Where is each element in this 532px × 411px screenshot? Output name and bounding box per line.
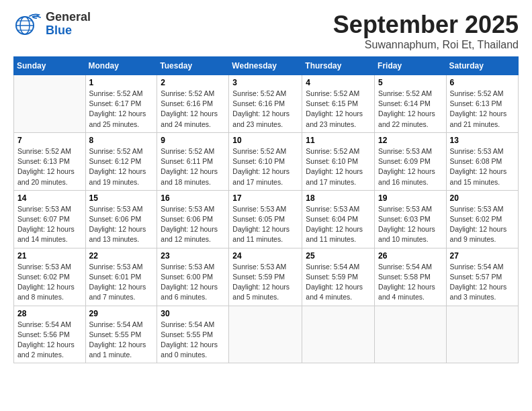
calendar-table: SundayMondayTuesdayWednesdayThursdayFrid… <box>13 56 519 363</box>
day-number: 30 <box>161 309 225 318</box>
calendar-cell: 1Sunrise: 5:52 AM Sunset: 6:17 PM Daylig… <box>85 75 157 133</box>
weekday-header-sunday: Sunday <box>14 57 86 75</box>
calendar-cell: 23Sunrise: 5:53 AM Sunset: 6:00 PM Dayli… <box>157 248 229 306</box>
weekday-header-row: SundayMondayTuesdayWednesdayThursdayFrid… <box>14 57 519 75</box>
weekday-header-tuesday: Tuesday <box>157 57 229 75</box>
day-number: 10 <box>232 136 298 145</box>
day-info: Sunrise: 5:53 AM Sunset: 6:08 PM Dayligh… <box>450 146 515 187</box>
day-number: 1 <box>89 78 154 87</box>
day-info: Sunrise: 5:53 AM Sunset: 5:59 PM Dayligh… <box>232 262 298 303</box>
calendar-cell: 4Sunrise: 5:52 AM Sunset: 6:15 PM Daylig… <box>302 75 375 133</box>
weekday-header-wednesday: Wednesday <box>229 57 302 75</box>
calendar-cell: 6Sunrise: 5:52 AM Sunset: 6:13 PM Daylig… <box>446 75 518 133</box>
weekday-header-friday: Friday <box>375 57 447 75</box>
day-info: Sunrise: 5:54 AM Sunset: 5:59 PM Dayligh… <box>306 262 371 303</box>
day-info: Sunrise: 5:52 AM Sunset: 6:12 PM Dayligh… <box>89 146 154 187</box>
calendar-cell: 24Sunrise: 5:53 AM Sunset: 5:59 PM Dayli… <box>229 248 302 306</box>
day-info: Sunrise: 5:52 AM Sunset: 6:15 PM Dayligh… <box>306 89 371 130</box>
calendar-cell: 19Sunrise: 5:53 AM Sunset: 6:03 PM Dayli… <box>375 190 447 248</box>
calendar-week-row-5: 28Sunrise: 5:54 AM Sunset: 5:56 PM Dayli… <box>14 306 519 363</box>
day-number: 21 <box>17 251 82 261</box>
day-info: Sunrise: 5:53 AM Sunset: 6:05 PM Dayligh… <box>232 204 298 245</box>
day-info: Sunrise: 5:53 AM Sunset: 6:03 PM Dayligh… <box>378 204 443 245</box>
calendar-cell: 12Sunrise: 5:53 AM Sunset: 6:09 PM Dayli… <box>375 132 447 190</box>
calendar-cell: 11Sunrise: 5:52 AM Sunset: 6:10 PM Dayli… <box>302 132 375 190</box>
day-number: 26 <box>378 251 443 261</box>
day-info: Sunrise: 5:52 AM Sunset: 6:13 PM Dayligh… <box>450 89 515 130</box>
calendar-cell: 26Sunrise: 5:54 AM Sunset: 5:58 PM Dayli… <box>375 248 447 306</box>
day-info: Sunrise: 5:53 AM Sunset: 6:04 PM Dayligh… <box>306 204 371 245</box>
day-number: 11 <box>306 136 371 145</box>
calendar-week-row-2: 7Sunrise: 5:52 AM Sunset: 6:13 PM Daylig… <box>14 132 519 190</box>
day-number: 25 <box>306 251 371 261</box>
day-number: 9 <box>161 136 225 145</box>
day-info: Sunrise: 5:53 AM Sunset: 6:00 PM Dayligh… <box>161 262 225 303</box>
logo-name-general: General <box>46 11 91 24</box>
calendar-cell: 21Sunrise: 5:53 AM Sunset: 6:02 PM Dayli… <box>14 248 86 306</box>
day-number: 24 <box>232 251 298 261</box>
day-info: Sunrise: 5:53 AM Sunset: 6:07 PM Dayligh… <box>17 204 82 245</box>
day-info: Sunrise: 5:52 AM Sunset: 6:16 PM Dayligh… <box>161 89 225 130</box>
day-info: Sunrise: 5:52 AM Sunset: 6:14 PM Dayligh… <box>378 89 443 130</box>
day-info: Sunrise: 5:52 AM Sunset: 6:10 PM Dayligh… <box>232 146 298 187</box>
day-info: Sunrise: 5:52 AM Sunset: 6:13 PM Dayligh… <box>17 146 82 187</box>
day-info: Sunrise: 5:53 AM Sunset: 6:06 PM Dayligh… <box>161 204 225 245</box>
calendar-cell: 5Sunrise: 5:52 AM Sunset: 6:14 PM Daylig… <box>375 75 447 133</box>
calendar-cell: 20Sunrise: 5:53 AM Sunset: 6:02 PM Dayli… <box>446 190 518 248</box>
logo-name-blue: Blue <box>46 24 91 38</box>
day-info: Sunrise: 5:54 AM Sunset: 5:56 PM Dayligh… <box>17 320 82 361</box>
day-number: 14 <box>17 193 82 203</box>
day-info: Sunrise: 5:54 AM Sunset: 5:57 PM Dayligh… <box>450 262 515 303</box>
day-number: 12 <box>378 136 443 145</box>
weekday-header-thursday: Thursday <box>302 57 375 75</box>
calendar-cell: 17Sunrise: 5:53 AM Sunset: 6:05 PM Dayli… <box>229 190 302 248</box>
calendar-week-row-3: 14Sunrise: 5:53 AM Sunset: 6:07 PM Dayli… <box>14 190 519 248</box>
calendar-cell: 28Sunrise: 5:54 AM Sunset: 5:56 PM Dayli… <box>14 306 86 363</box>
calendar-week-row-1: 1Sunrise: 5:52 AM Sunset: 6:17 PM Daylig… <box>14 75 519 133</box>
day-info: Sunrise: 5:53 AM Sunset: 6:01 PM Dayligh… <box>89 262 154 303</box>
calendar-cell: 27Sunrise: 5:54 AM Sunset: 5:57 PM Dayli… <box>446 248 518 306</box>
calendar-cell <box>446 306 518 363</box>
logo: General Blue <box>13 11 91 38</box>
calendar-cell: 22Sunrise: 5:53 AM Sunset: 6:01 PM Dayli… <box>85 248 157 306</box>
day-number: 23 <box>161 251 225 261</box>
day-number: 4 <box>306 78 371 87</box>
title-block: September 2025 Suwannaphum, Roi Et, Thai… <box>333 11 519 51</box>
calendar-cell: 2Sunrise: 5:52 AM Sunset: 6:16 PM Daylig… <box>157 75 229 133</box>
calendar-cell: 25Sunrise: 5:54 AM Sunset: 5:59 PM Dayli… <box>302 248 375 306</box>
logo-icon <box>13 12 43 36</box>
day-number: 19 <box>378 193 443 203</box>
day-number: 6 <box>450 78 515 87</box>
day-number: 13 <box>450 136 515 145</box>
weekday-header-monday: Monday <box>85 57 157 75</box>
day-info: Sunrise: 5:53 AM Sunset: 6:09 PM Dayligh… <box>378 146 443 187</box>
day-number: 27 <box>450 251 515 261</box>
calendar-cell: 18Sunrise: 5:53 AM Sunset: 6:04 PM Dayli… <box>302 190 375 248</box>
day-number: 7 <box>17 136 82 145</box>
day-info: Sunrise: 5:52 AM Sunset: 6:16 PM Dayligh… <box>232 89 298 130</box>
day-number: 22 <box>89 251 154 261</box>
day-number: 3 <box>232 78 298 87</box>
day-number: 2 <box>161 78 225 87</box>
day-number: 8 <box>89 136 154 145</box>
calendar-cell: 9Sunrise: 5:52 AM Sunset: 6:11 PM Daylig… <box>157 132 229 190</box>
calendar-cell: 16Sunrise: 5:53 AM Sunset: 6:06 PM Dayli… <box>157 190 229 248</box>
calendar-cell <box>302 306 375 363</box>
calendar-cell: 29Sunrise: 5:54 AM Sunset: 5:55 PM Dayli… <box>85 306 157 363</box>
calendar-cell <box>14 75 86 133</box>
day-info: Sunrise: 5:52 AM Sunset: 6:10 PM Dayligh… <box>306 146 371 187</box>
location-title: Suwannaphum, Roi Et, Thailand <box>333 39 519 51</box>
day-number: 20 <box>450 193 515 203</box>
calendar-cell: 13Sunrise: 5:53 AM Sunset: 6:08 PM Dayli… <box>446 132 518 190</box>
day-info: Sunrise: 5:54 AM Sunset: 5:58 PM Dayligh… <box>378 262 443 303</box>
calendar-cell: 8Sunrise: 5:52 AM Sunset: 6:12 PM Daylig… <box>85 132 157 190</box>
page-header: General Blue September 2025 Suwannaphum,… <box>13 11 519 51</box>
day-info: Sunrise: 5:53 AM Sunset: 6:06 PM Dayligh… <box>89 204 154 245</box>
day-number: 28 <box>17 309 82 318</box>
day-info: Sunrise: 5:53 AM Sunset: 6:02 PM Dayligh… <box>17 262 82 303</box>
calendar-cell: 10Sunrise: 5:52 AM Sunset: 6:10 PM Dayli… <box>229 132 302 190</box>
calendar-cell <box>375 306 447 363</box>
calendar-cell: 15Sunrise: 5:53 AM Sunset: 6:06 PM Dayli… <box>85 190 157 248</box>
day-number: 15 <box>89 193 154 203</box>
day-info: Sunrise: 5:54 AM Sunset: 5:55 PM Dayligh… <box>161 320 225 361</box>
